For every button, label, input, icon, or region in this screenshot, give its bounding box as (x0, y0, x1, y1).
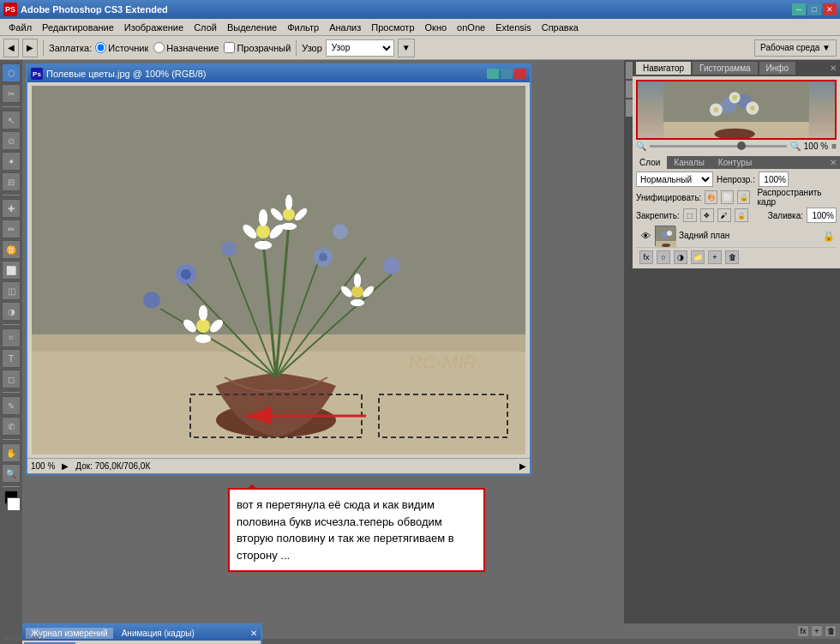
nav-zoom-slider[interactable] (650, 145, 787, 147)
menu-layer[interactable]: Слой (189, 21, 222, 34)
tool-clone[interactable]: ♊ (2, 240, 21, 259)
tab-channels[interactable]: Каналы (667, 156, 711, 169)
right-tool-3[interactable] (626, 99, 633, 117)
tool-brush[interactable]: ✏ (2, 220, 21, 238)
options-toolbar: ◀ ▶ Заплатка: Источник Назначение Прозра… (0, 36, 840, 60)
opacity-input[interactable] (759, 172, 789, 187)
background-color[interactable] (7, 497, 21, 511)
menu-edit[interactable]: Редактирование (37, 21, 119, 34)
menu-filter[interactable]: Фильтр (282, 21, 324, 34)
tool-notes[interactable]: ✎ (2, 396, 21, 415)
tool-text[interactable]: T (2, 349, 21, 368)
tool-separator-1 (3, 106, 20, 107)
footer-mask-icon[interactable]: ○ (657, 250, 670, 264)
tool-shape[interactable]: ◻ (2, 370, 21, 388)
layers-tabs: Слои Каналы Контуры ✕ (633, 156, 840, 169)
bottom-btn-2[interactable]: + (811, 625, 823, 637)
tool-selection[interactable]: ⬡ (2, 63, 21, 82)
menu-analysis[interactable]: Анализ (324, 21, 366, 34)
bottom-btn-3[interactable]: 🗑 (825, 625, 837, 637)
menu-image[interactable]: Изображение (119, 21, 189, 34)
tab-navigator[interactable]: Навигатор (636, 62, 691, 75)
navigator-close[interactable]: ✕ (830, 63, 837, 73)
doc-maximize-button[interactable] (501, 69, 513, 79)
blend-mode-select[interactable]: Нормальный (636, 172, 713, 187)
tool-hand[interactable]: ✋ (2, 443, 21, 462)
footer-adjustment-icon[interactable]: ◑ (674, 250, 687, 264)
maximize-button[interactable]: □ (807, 3, 821, 15)
radio-dest-input[interactable] (153, 42, 165, 53)
tab-animation[interactable]: Анимация (кадры) (117, 628, 200, 639)
right-tool-1[interactable] (626, 62, 633, 79)
radio-transparent[interactable]: Прозрачный (224, 42, 291, 53)
unify-btn-3[interactable]: 🔒 (737, 190, 750, 204)
menu-window[interactable]: Окно (420, 21, 453, 34)
nav-zoom-out-icon[interactable]: 🔍 (790, 141, 801, 151)
radio-source[interactable]: Источник (95, 42, 148, 53)
lock-btn-4[interactable]: 🔒 (735, 208, 748, 222)
lock-row: Закрепить: ⬚ ✥ 🖌 🔒 Заливка: (636, 208, 837, 223)
workspace-button[interactable]: Рабочая среда ▼ (754, 39, 837, 57)
menu-file[interactable]: Файл (3, 21, 37, 34)
tool-healing[interactable]: ✚ (2, 199, 21, 218)
footer-group-icon[interactable]: 📁 (691, 250, 705, 264)
minimize-button[interactable]: ─ (792, 3, 806, 15)
pattern-select[interactable]: Узор (326, 39, 394, 57)
footer-delete-icon[interactable]: 🗑 (725, 250, 739, 264)
fill-input[interactable] (807, 208, 837, 223)
unify-btn-1[interactable]: 🎨 (705, 190, 717, 204)
doc-title: Полевые цветы.jpg @ 100% (RGB/8) (46, 69, 207, 79)
close-button[interactable]: ✕ (823, 3, 837, 15)
tab-histogram[interactable]: Гистограмма (693, 62, 758, 75)
layer-visibility-icon[interactable]: 👁 (639, 230, 651, 242)
footer-new-icon[interactable]: + (708, 250, 722, 264)
tool-eyedropper[interactable]: ✆ (2, 417, 21, 436)
nav-zoom-value: 100 % (804, 141, 828, 151)
bottom-btn-1[interactable]: fx (797, 625, 809, 637)
doc-close-button[interactable] (514, 69, 526, 79)
radio-dest[interactable]: Назначение (153, 42, 219, 53)
tool-crop[interactable]: ✂ (2, 84, 21, 103)
doc-minimize-button[interactable] (487, 69, 499, 79)
right-tool-2[interactable] (626, 81, 633, 98)
menu-extensis[interactable]: Extensis (490, 21, 537, 34)
tool-back-button[interactable]: ◀ (3, 39, 19, 57)
radio-source-input[interactable] (95, 42, 106, 53)
tool-zoom[interactable]: 🔍 (2, 464, 21, 483)
lock-btn-2[interactable]: ✥ (700, 208, 714, 222)
nav-zoom-in-icon[interactable]: 🔍 (636, 141, 646, 151)
pattern-options-button[interactable]: ▼ (398, 39, 415, 57)
nav-options[interactable]: ≡ (831, 141, 837, 151)
tool-slice[interactable]: ⊟ (2, 172, 21, 191)
doc-arrow-btn[interactable]: ▶ (62, 461, 69, 471)
tool-eraser[interactable]: ⬜ (2, 261, 21, 280)
menu-view[interactable]: Просмотр (366, 21, 419, 34)
footer-fx-icon[interactable]: fx (639, 250, 653, 264)
tool-move[interactable]: ↖ (2, 111, 21, 129)
tool-fwd-button[interactable]: ▶ (22, 39, 38, 57)
tab-info[interactable]: Инфо (759, 62, 796, 75)
layer-item-background[interactable]: 👁 Задний план 🔒 (636, 224, 837, 248)
tool-gradient[interactable]: ◫ (2, 281, 21, 300)
menu-select[interactable]: Выделение (222, 21, 282, 34)
bottom-icons: fx + 🗑 (797, 625, 837, 637)
nav-zoom-handle[interactable] (737, 141, 746, 150)
journal-close[interactable]: ✕ (250, 629, 257, 638)
lock-btn-3[interactable]: 🖌 (717, 208, 731, 222)
title-bar: PS Adobe Photoshop CS3 Extended ─ □ ✕ (0, 0, 840, 19)
doc-scroll-right[interactable]: ▶ (519, 461, 526, 471)
layers-close[interactable]: ✕ (826, 156, 840, 169)
tab-layers[interactable]: Слои (633, 156, 667, 169)
lock-btn-1[interactable]: ⬚ (683, 208, 697, 222)
transparent-checkbox[interactable] (224, 42, 235, 53)
tool-lasso[interactable]: ⊙ (2, 131, 21, 150)
layer-thumbnail (655, 226, 675, 246)
menu-onone[interactable]: onOne (452, 21, 490, 34)
doc-title-bar[interactable]: Ps Полевые цветы.jpg @ 100% (RGB/8) (27, 65, 530, 82)
tab-paths[interactable]: Контуры (711, 156, 759, 169)
tool-dodge[interactable]: ◑ (2, 302, 21, 321)
tool-path[interactable]: ⌗ (2, 328, 21, 347)
unify-btn-2[interactable]: ⬜ (721, 190, 734, 204)
menu-help[interactable]: Справка (537, 21, 584, 34)
tool-magic-wand[interactable]: ✦ (2, 152, 21, 171)
